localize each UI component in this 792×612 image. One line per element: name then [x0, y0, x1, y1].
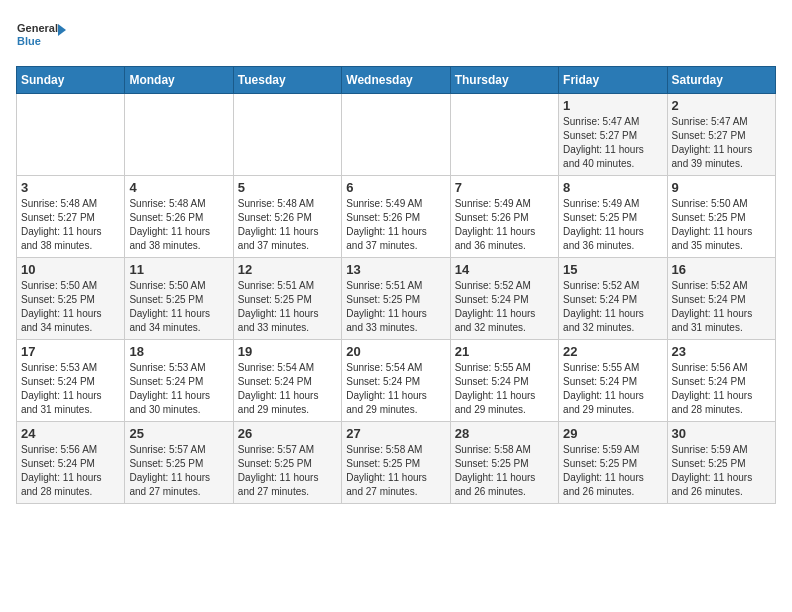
- day-number: 23: [672, 344, 771, 359]
- day-number: 3: [21, 180, 120, 195]
- calendar-cell: 13Sunrise: 5:51 AM Sunset: 5:25 PM Dayli…: [342, 258, 450, 340]
- day-number: 6: [346, 180, 445, 195]
- calendar-cell: 21Sunrise: 5:55 AM Sunset: 5:24 PM Dayli…: [450, 340, 558, 422]
- weekday-header-friday: Friday: [559, 67, 667, 94]
- day-info: Sunrise: 5:48 AM Sunset: 5:26 PM Dayligh…: [238, 197, 337, 253]
- calendar-cell: 15Sunrise: 5:52 AM Sunset: 5:24 PM Dayli…: [559, 258, 667, 340]
- day-info: Sunrise: 5:49 AM Sunset: 5:25 PM Dayligh…: [563, 197, 662, 253]
- day-info: Sunrise: 5:58 AM Sunset: 5:25 PM Dayligh…: [346, 443, 445, 499]
- day-info: Sunrise: 5:56 AM Sunset: 5:24 PM Dayligh…: [672, 361, 771, 417]
- day-number: 9: [672, 180, 771, 195]
- calendar-cell: 16Sunrise: 5:52 AM Sunset: 5:24 PM Dayli…: [667, 258, 775, 340]
- day-info: Sunrise: 5:48 AM Sunset: 5:27 PM Dayligh…: [21, 197, 120, 253]
- day-number: 11: [129, 262, 228, 277]
- day-info: Sunrise: 5:52 AM Sunset: 5:24 PM Dayligh…: [455, 279, 554, 335]
- calendar-cell: 20Sunrise: 5:54 AM Sunset: 5:24 PM Dayli…: [342, 340, 450, 422]
- day-info: Sunrise: 5:48 AM Sunset: 5:26 PM Dayligh…: [129, 197, 228, 253]
- day-info: Sunrise: 5:52 AM Sunset: 5:24 PM Dayligh…: [563, 279, 662, 335]
- calendar-cell: 14Sunrise: 5:52 AM Sunset: 5:24 PM Dayli…: [450, 258, 558, 340]
- calendar-cell: [342, 94, 450, 176]
- day-number: 25: [129, 426, 228, 441]
- logo-svg: General Blue: [16, 16, 66, 56]
- calendar-cell: 9Sunrise: 5:50 AM Sunset: 5:25 PM Daylig…: [667, 176, 775, 258]
- day-info: Sunrise: 5:54 AM Sunset: 5:24 PM Dayligh…: [346, 361, 445, 417]
- day-number: 8: [563, 180, 662, 195]
- calendar-cell: 24Sunrise: 5:56 AM Sunset: 5:24 PM Dayli…: [17, 422, 125, 504]
- day-info: Sunrise: 5:59 AM Sunset: 5:25 PM Dayligh…: [672, 443, 771, 499]
- day-info: Sunrise: 5:50 AM Sunset: 5:25 PM Dayligh…: [672, 197, 771, 253]
- calendar-cell: 29Sunrise: 5:59 AM Sunset: 5:25 PM Dayli…: [559, 422, 667, 504]
- calendar-cell: [233, 94, 341, 176]
- weekday-header-monday: Monday: [125, 67, 233, 94]
- calendar-cell: 6Sunrise: 5:49 AM Sunset: 5:26 PM Daylig…: [342, 176, 450, 258]
- calendar-cell: 11Sunrise: 5:50 AM Sunset: 5:25 PM Dayli…: [125, 258, 233, 340]
- day-number: 20: [346, 344, 445, 359]
- day-info: Sunrise: 5:49 AM Sunset: 5:26 PM Dayligh…: [346, 197, 445, 253]
- week-row-5: 24Sunrise: 5:56 AM Sunset: 5:24 PM Dayli…: [17, 422, 776, 504]
- day-number: 24: [21, 426, 120, 441]
- day-number: 21: [455, 344, 554, 359]
- day-info: Sunrise: 5:49 AM Sunset: 5:26 PM Dayligh…: [455, 197, 554, 253]
- weekday-header-saturday: Saturday: [667, 67, 775, 94]
- day-number: 13: [346, 262, 445, 277]
- week-row-1: 1Sunrise: 5:47 AM Sunset: 5:27 PM Daylig…: [17, 94, 776, 176]
- calendar-cell: 10Sunrise: 5:50 AM Sunset: 5:25 PM Dayli…: [17, 258, 125, 340]
- day-info: Sunrise: 5:52 AM Sunset: 5:24 PM Dayligh…: [672, 279, 771, 335]
- day-info: Sunrise: 5:55 AM Sunset: 5:24 PM Dayligh…: [455, 361, 554, 417]
- day-number: 18: [129, 344, 228, 359]
- calendar-cell: [450, 94, 558, 176]
- day-info: Sunrise: 5:55 AM Sunset: 5:24 PM Dayligh…: [563, 361, 662, 417]
- day-info: Sunrise: 5:59 AM Sunset: 5:25 PM Dayligh…: [563, 443, 662, 499]
- calendar-cell: 18Sunrise: 5:53 AM Sunset: 5:24 PM Dayli…: [125, 340, 233, 422]
- page-header: General Blue: [16, 16, 776, 56]
- day-number: 16: [672, 262, 771, 277]
- calendar-cell: 4Sunrise: 5:48 AM Sunset: 5:26 PM Daylig…: [125, 176, 233, 258]
- day-info: Sunrise: 5:47 AM Sunset: 5:27 PM Dayligh…: [672, 115, 771, 171]
- calendar-cell: 8Sunrise: 5:49 AM Sunset: 5:25 PM Daylig…: [559, 176, 667, 258]
- week-row-2: 3Sunrise: 5:48 AM Sunset: 5:27 PM Daylig…: [17, 176, 776, 258]
- day-info: Sunrise: 5:53 AM Sunset: 5:24 PM Dayligh…: [129, 361, 228, 417]
- day-info: Sunrise: 5:47 AM Sunset: 5:27 PM Dayligh…: [563, 115, 662, 171]
- calendar-cell: 28Sunrise: 5:58 AM Sunset: 5:25 PM Dayli…: [450, 422, 558, 504]
- day-number: 29: [563, 426, 662, 441]
- day-number: 26: [238, 426, 337, 441]
- weekday-header-wednesday: Wednesday: [342, 67, 450, 94]
- day-info: Sunrise: 5:56 AM Sunset: 5:24 PM Dayligh…: [21, 443, 120, 499]
- calendar-table: SundayMondayTuesdayWednesdayThursdayFrid…: [16, 66, 776, 504]
- day-number: 30: [672, 426, 771, 441]
- calendar-cell: 27Sunrise: 5:58 AM Sunset: 5:25 PM Dayli…: [342, 422, 450, 504]
- day-number: 17: [21, 344, 120, 359]
- day-number: 12: [238, 262, 337, 277]
- day-number: 28: [455, 426, 554, 441]
- calendar-cell: 1Sunrise: 5:47 AM Sunset: 5:27 PM Daylig…: [559, 94, 667, 176]
- week-row-4: 17Sunrise: 5:53 AM Sunset: 5:24 PM Dayli…: [17, 340, 776, 422]
- calendar-cell: 30Sunrise: 5:59 AM Sunset: 5:25 PM Dayli…: [667, 422, 775, 504]
- day-number: 4: [129, 180, 228, 195]
- day-number: 14: [455, 262, 554, 277]
- calendar-cell: 12Sunrise: 5:51 AM Sunset: 5:25 PM Dayli…: [233, 258, 341, 340]
- calendar-cell: 2Sunrise: 5:47 AM Sunset: 5:27 PM Daylig…: [667, 94, 775, 176]
- day-info: Sunrise: 5:53 AM Sunset: 5:24 PM Dayligh…: [21, 361, 120, 417]
- day-number: 1: [563, 98, 662, 113]
- week-row-3: 10Sunrise: 5:50 AM Sunset: 5:25 PM Dayli…: [17, 258, 776, 340]
- calendar-cell: 19Sunrise: 5:54 AM Sunset: 5:24 PM Dayli…: [233, 340, 341, 422]
- calendar-cell: [17, 94, 125, 176]
- svg-text:Blue: Blue: [17, 35, 41, 47]
- day-info: Sunrise: 5:50 AM Sunset: 5:25 PM Dayligh…: [21, 279, 120, 335]
- day-number: 7: [455, 180, 554, 195]
- day-info: Sunrise: 5:51 AM Sunset: 5:25 PM Dayligh…: [238, 279, 337, 335]
- day-info: Sunrise: 5:50 AM Sunset: 5:25 PM Dayligh…: [129, 279, 228, 335]
- day-number: 27: [346, 426, 445, 441]
- day-number: 15: [563, 262, 662, 277]
- weekday-header-thursday: Thursday: [450, 67, 558, 94]
- calendar-cell: [125, 94, 233, 176]
- calendar-cell: 5Sunrise: 5:48 AM Sunset: 5:26 PM Daylig…: [233, 176, 341, 258]
- calendar-cell: 25Sunrise: 5:57 AM Sunset: 5:25 PM Dayli…: [125, 422, 233, 504]
- day-number: 5: [238, 180, 337, 195]
- calendar-cell: 22Sunrise: 5:55 AM Sunset: 5:24 PM Dayli…: [559, 340, 667, 422]
- calendar-cell: 17Sunrise: 5:53 AM Sunset: 5:24 PM Dayli…: [17, 340, 125, 422]
- day-info: Sunrise: 5:57 AM Sunset: 5:25 PM Dayligh…: [129, 443, 228, 499]
- calendar-cell: 3Sunrise: 5:48 AM Sunset: 5:27 PM Daylig…: [17, 176, 125, 258]
- day-info: Sunrise: 5:58 AM Sunset: 5:25 PM Dayligh…: [455, 443, 554, 499]
- calendar-cell: 23Sunrise: 5:56 AM Sunset: 5:24 PM Dayli…: [667, 340, 775, 422]
